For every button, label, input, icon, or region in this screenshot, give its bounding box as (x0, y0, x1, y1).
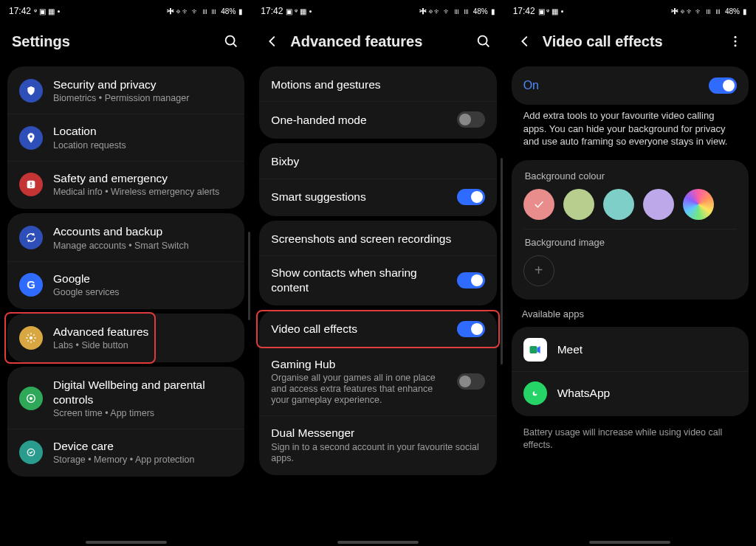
status-bar: 17:42▣ ᵠ ▦ ✱ ⌾ ᯤ ᯤ ⫴ ⫴48%▮ (504, 0, 756, 22)
google-icon: G (19, 273, 43, 297)
svg-point-12 (734, 36, 736, 38)
svg-point-14 (734, 44, 736, 46)
back-icon[interactable] (264, 32, 281, 50)
pin-icon (25, 132, 37, 144)
item-safety-emergency[interactable]: Safety and emergencyMedical info • Wirel… (7, 161, 244, 207)
bg-image-label: Background image (512, 232, 749, 251)
item-accounts-backup[interactable]: Accounts and backupManage accounts • Sma… (7, 215, 244, 260)
wellbeing-icon (25, 393, 37, 404)
svg-point-10 (478, 36, 487, 45)
svg-point-13 (734, 41, 736, 43)
toggle-show-contacts[interactable] (457, 272, 485, 288)
item-video-call-effects[interactable]: Video call effects (259, 311, 496, 347)
svg-line-1 (233, 44, 236, 46)
svg-point-8 (30, 397, 32, 400)
app-meet[interactable]: Meet (512, 328, 749, 371)
page-title: Video call effects (543, 33, 718, 50)
toggle-video-call-effects[interactable] (457, 321, 485, 337)
swatch-lilac[interactable] (643, 189, 674, 220)
back-icon[interactable] (516, 32, 534, 50)
home-indicator[interactable] (86, 541, 167, 544)
svg-point-2 (30, 135, 32, 137)
feature-description: Add extra tools to your favourite video … (510, 109, 750, 156)
swatch-rainbow[interactable] (683, 189, 714, 220)
settings-group-wellbeing: Digital Wellbeing and parental controlsS… (7, 367, 244, 477)
bg-colour-label: Background colour (512, 166, 749, 184)
item-security-privacy[interactable]: Security and privacyBiometrics • Permiss… (7, 68, 244, 114)
available-apps-label: Available apps (510, 304, 750, 322)
toggle-video-effects-master[interactable] (709, 77, 737, 94)
toggle-smart-suggestions[interactable] (457, 189, 485, 205)
background-section: Background colour Background image + (512, 160, 749, 300)
battery-note: Battery usage will increase while using … (510, 421, 750, 457)
screen-video-call-effects: 17:42▣ ᵠ ▦ ✱ ⌾ ᯤ ᯤ ⫴ ⫴48%▮ Video call ef… (504, 0, 756, 546)
svg-rect-4 (30, 182, 31, 185)
item-location[interactable]: LocationLocation requests (7, 114, 244, 160)
app-whatsapp[interactable]: WhatsApp (512, 371, 749, 415)
item-device-care[interactable]: Device careStorage • Memory • App protec… (7, 429, 244, 475)
item-smart-suggestions[interactable]: Smart suggestions (259, 179, 496, 215)
screen-advanced-features: 17:42▣ ᵠ ▦ ✱ ⌾ ᯤ ᯤ ⫴ ⫴48%▮ Advanced feat… (252, 0, 504, 546)
item-motions-gestures[interactable]: Motions and gestures (259, 68, 496, 101)
swatch-teal[interactable] (603, 189, 634, 220)
sync-icon (25, 232, 37, 243)
status-time: 17:42 (9, 6, 31, 16)
svg-rect-5 (30, 186, 31, 187)
item-bixby[interactable]: Bixby (259, 145, 496, 178)
svg-line-11 (486, 44, 489, 46)
item-screenshots[interactable]: Screenshots and screen recordings (259, 222, 496, 255)
gear-icon (25, 332, 37, 344)
settings-group-advanced: Advanced featuresLabs • Side button (7, 314, 244, 362)
status-battery: 48% (221, 7, 236, 15)
swatch-pink[interactable] (523, 189, 554, 220)
settings-group-security: Security and privacyBiometrics • Permiss… (7, 66, 244, 209)
whatsapp-icon (529, 387, 542, 400)
add-bg-image[interactable]: + (523, 255, 554, 286)
status-bar: 17:42▣ ᵠ ▦ ✱ ⌾ ᯤ ᯤ ⫴ ⫴48%▮ (252, 0, 504, 22)
svg-rect-15 (529, 346, 537, 353)
toggle-one-handed[interactable] (457, 111, 485, 128)
page-title: Settings (12, 33, 213, 50)
page-title: Advanced features (290, 33, 465, 50)
swatch-green[interactable] (563, 189, 594, 220)
home-indicator[interactable] (337, 541, 419, 544)
screen-settings: 17:42ᵠ ▣ ▦ ✱ ⌾ ᯤ ᯤ ⫴ ⫴48%▮ Settings Secu… (0, 0, 252, 546)
status-bar: 17:42ᵠ ▣ ▦ ✱ ⌾ ᯤ ᯤ ⫴ ⫴48%▮ (0, 0, 252, 22)
check-icon (532, 198, 546, 211)
item-dual-messenger[interactable]: Dual MessengerSign in to a second accoun… (259, 415, 496, 473)
meet-icon (528, 342, 543, 357)
item-one-handed-mode[interactable]: One-handed mode (259, 101, 496, 137)
home-indicator[interactable] (589, 541, 670, 544)
item-google[interactable]: G GoogleGoogle services (7, 261, 244, 308)
svg-point-16 (530, 388, 540, 398)
settings-group-accounts: Accounts and backupManage accounts • Sma… (7, 213, 244, 309)
alert-icon (25, 179, 37, 190)
item-show-contacts[interactable]: Show contacts when sharing content (259, 255, 496, 304)
device-icon (25, 446, 37, 458)
search-icon[interactable] (475, 32, 492, 50)
toggle-gaming-hub[interactable] (457, 373, 485, 390)
svg-point-0 (226, 36, 235, 45)
item-gaming-hub[interactable]: Gaming HubOrganise all your games all in… (259, 347, 496, 415)
item-advanced-features[interactable]: Advanced featuresLabs • Side button (7, 315, 244, 361)
more-icon[interactable] (726, 32, 744, 50)
item-digital-wellbeing[interactable]: Digital Wellbeing and parental controlsS… (7, 368, 244, 429)
svg-point-6 (30, 336, 32, 339)
shield-icon (25, 85, 37, 97)
master-toggle-row[interactable]: On (512, 66, 749, 105)
search-icon[interactable] (222, 32, 240, 50)
available-apps-list: Meet WhatsApp (512, 327, 749, 416)
